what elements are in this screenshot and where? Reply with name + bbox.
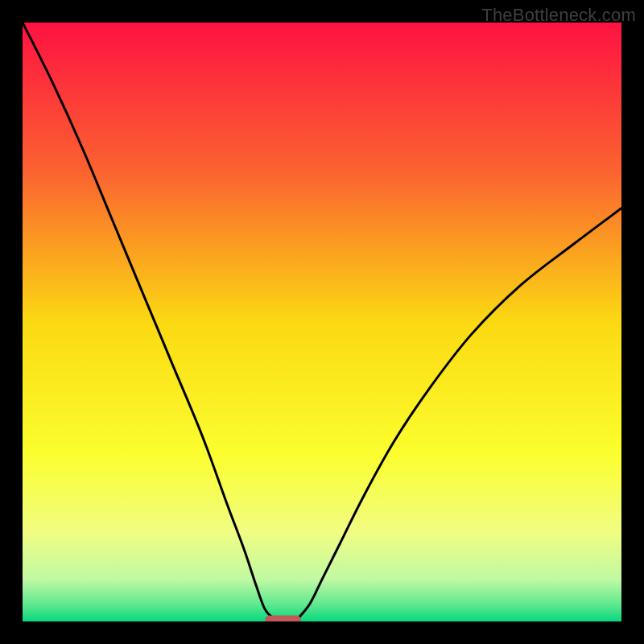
minimum-marker — [265, 616, 301, 621]
plot-area — [23, 23, 621, 621]
chart-canvas — [23, 23, 621, 621]
minimum-marker-rect — [265, 616, 301, 621]
gradient-background — [23, 23, 621, 621]
chart-frame: TheBottleneck.com — [0, 0, 644, 644]
